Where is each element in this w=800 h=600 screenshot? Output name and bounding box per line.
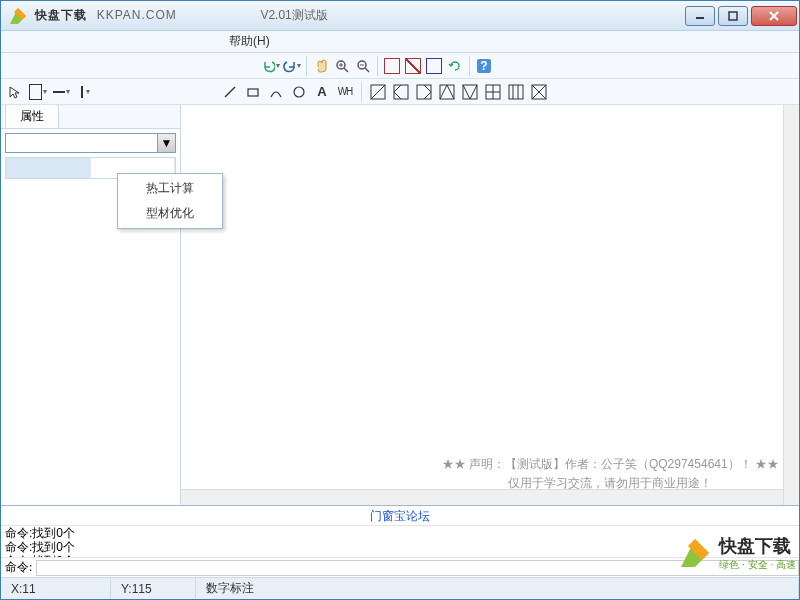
svg-line-9 <box>365 68 369 72</box>
layer-icon-3[interactable] <box>424 56 444 76</box>
shape-2-icon[interactable] <box>391 82 411 102</box>
drawing-canvas[interactable]: ★★ 声明：【测试版】作者：公子笑（QQ297454641）！ ★★ 仅用于学习… <box>181 105 799 505</box>
titlebar-title: 快盘下载 KKPAN.COM V2.01测试版 <box>35 7 685 24</box>
layer-icon-2[interactable] <box>403 56 423 76</box>
shape-6-icon[interactable] <box>483 82 503 102</box>
svg-rect-21 <box>417 85 431 99</box>
svg-text:?: ? <box>480 59 487 73</box>
menu-help[interactable]: 帮助(H) <box>221 31 278 52</box>
hand-pan-icon[interactable] <box>311 56 331 76</box>
help-icon[interactable]: ? <box>474 56 494 76</box>
shape-5-icon[interactable] <box>460 82 480 102</box>
svg-rect-20 <box>394 85 408 99</box>
titlebar: 快盘下载 KKPAN.COM V2.01测试版 <box>1 1 799 31</box>
shape-3-icon[interactable] <box>414 82 434 102</box>
shape-8-icon[interactable] <box>529 82 549 102</box>
line-v-tool-icon[interactable] <box>74 82 94 102</box>
app-window: 快盘下载 KKPAN.COM V2.01测试版 帮助(H) ? <box>0 0 800 600</box>
watermark: 快盘下载 绿色 · 安全 · 高速 <box>677 534 796 572</box>
status-mode: 数字标注 <box>196 578 799 599</box>
grid-cell-key[interactable] <box>6 158 91 178</box>
watermark-text: 快盘下载 绿色 · 安全 · 高速 <box>719 534 796 572</box>
command-tabs: 门窗宝论坛 <box>1 506 799 526</box>
shape-4-icon[interactable] <box>437 82 457 102</box>
dropdown-menu: 热工计算 型材优化 <box>117 173 223 229</box>
status-y: Y:115 <box>111 578 196 599</box>
main-area: 属性 ▼ ★★ 声明：【测试版】作者：公子笑（QQ297454641）！ ★★ … <box>1 105 799 505</box>
svg-point-17 <box>294 87 304 97</box>
svg-rect-23 <box>463 85 477 99</box>
canvas-scrollbar-horizontal[interactable] <box>181 489 783 505</box>
minimize-button[interactable] <box>685 6 715 26</box>
draw-arc-icon[interactable] <box>266 82 286 102</box>
text-tool-icon[interactable]: A <box>312 82 332 102</box>
sidebar: 属性 ▼ <box>1 105 181 505</box>
window-controls <box>685 6 799 26</box>
brand-url: KKPAN.COM <box>97 8 177 22</box>
zoom-out-icon[interactable] <box>353 56 373 76</box>
layer-icon-1[interactable] <box>382 56 402 76</box>
tab-properties[interactable]: 属性 <box>5 105 59 128</box>
notice-line1: ★★ 声明：【测试版】作者：公子笑（QQ297454641）！ ★★ <box>442 455 779 474</box>
draw-rect-icon[interactable] <box>243 82 263 102</box>
redo-button[interactable] <box>282 56 302 76</box>
svg-rect-22 <box>440 85 454 99</box>
draw-line-icon[interactable] <box>220 82 240 102</box>
watermark-logo-icon <box>677 535 713 571</box>
canvas-scrollbar-vertical[interactable] <box>783 105 799 505</box>
line-h-tool-icon[interactable] <box>51 82 71 102</box>
svg-rect-27 <box>509 85 523 99</box>
toolbar-main: ? <box>1 53 799 79</box>
sidebar-tabs: 属性 <box>1 105 180 129</box>
combo-dropdown-button[interactable]: ▼ <box>157 134 175 152</box>
forum-link[interactable]: 门窗宝论坛 <box>1 506 799 525</box>
undo-button[interactable] <box>261 56 281 76</box>
shape-1-icon[interactable] <box>368 82 388 102</box>
svg-rect-1 <box>729 12 737 20</box>
canvas-notice: ★★ 声明：【测试版】作者：公子笑（QQ297454641）！ ★★ 仅用于学习… <box>442 455 779 493</box>
menubar: 帮助(H) <box>1 31 799 53</box>
property-combo[interactable]: ▼ <box>5 133 176 153</box>
zoom-in-icon[interactable] <box>332 56 352 76</box>
status-x: X:11 <box>1 578 111 599</box>
statusbar: X:11 Y:115 数字标注 <box>1 577 799 599</box>
refresh-icon[interactable] <box>445 56 465 76</box>
svg-line-5 <box>344 68 348 72</box>
brand-name: 快盘下载 <box>35 8 87 22</box>
watermark-subtitle: 绿色 · 安全 · 高速 <box>719 558 796 572</box>
menu-item-thermal[interactable]: 热工计算 <box>118 176 222 201</box>
menu-item-profile-optimize[interactable]: 型材优化 <box>118 201 222 226</box>
watermark-title: 快盘下载 <box>719 534 796 558</box>
maximize-button[interactable] <box>718 6 748 26</box>
draw-circle-icon[interactable] <box>289 82 309 102</box>
command-label: 命令: <box>1 559 36 576</box>
toolbar-draw: A WH <box>1 79 799 105</box>
pointer-tool-icon[interactable] <box>5 82 25 102</box>
svg-line-15 <box>225 87 235 97</box>
svg-line-19 <box>371 85 385 99</box>
dimension-tool-icon[interactable]: WH <box>335 82 355 102</box>
rectangle-tool-icon[interactable] <box>28 82 48 102</box>
close-button[interactable] <box>751 6 797 26</box>
svg-rect-16 <box>248 89 258 96</box>
shape-7-icon[interactable] <box>506 82 526 102</box>
app-logo-icon <box>7 5 29 27</box>
combo-input[interactable] <box>6 134 157 152</box>
version-label: V2.01测试版 <box>260 8 327 22</box>
